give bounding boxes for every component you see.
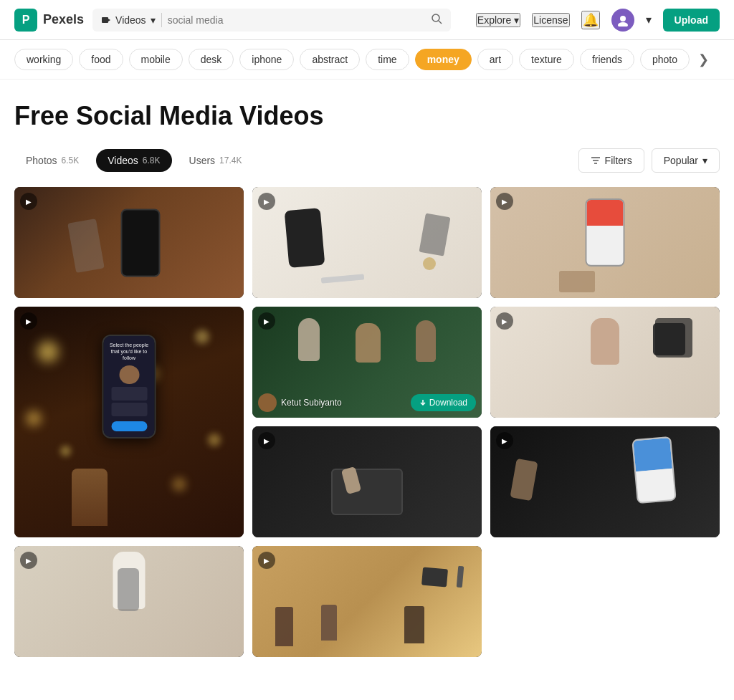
video-card-7[interactable]: ▶ — [252, 426, 482, 537]
tab-videos-label: Videos — [108, 155, 138, 166]
filters-button[interactable]: Filters — [578, 148, 644, 173]
license-link[interactable]: License — [532, 13, 569, 27]
play-badge-3: ▶ — [496, 193, 513, 210]
video-card-5[interactable]: ▶ Ketut Subiyanto Download — [252, 307, 482, 418]
svg-line-3 — [439, 21, 442, 24]
video-card-6[interactable]: ▶ — [490, 307, 720, 418]
tab-users-count: 17.4K — [219, 155, 242, 166]
author-name-5: Ketut Subiyanto — [281, 398, 342, 408]
video-grid: ▶ ▶ ▶ — [14, 187, 720, 657]
search-icon — [431, 13, 442, 24]
video-card-8[interactable]: ▶ — [490, 426, 720, 537]
play-badge-6: ▶ — [496, 312, 513, 330]
tab-videos-count: 6.8K — [143, 155, 161, 166]
upload-button[interactable]: Upload — [663, 9, 720, 32]
avatar-chevron: ▾ — [646, 13, 652, 27]
author-row-5: Ketut Subiyanto — [258, 393, 342, 412]
sort-chevron: ▾ — [702, 155, 707, 166]
media-type-chevron: ▾ — [151, 14, 156, 26]
video-icon — [101, 15, 111, 25]
notifications-button[interactable]: 🔔 — [581, 11, 600, 29]
sort-label: Popular — [664, 155, 698, 166]
page-title: Free Social Media Videos — [14, 101, 720, 131]
video-card-4[interactable]: Select the people that you'd like to fol… — [14, 307, 244, 537]
video-card-10[interactable]: ▶ — [252, 546, 482, 657]
tags-bar: working food mobile desk iphone abstract… — [0, 40, 734, 80]
tab-users[interactable]: Users 17.4K — [178, 149, 254, 172]
author-avatar-5 — [258, 393, 277, 412]
logo-name: Pexels — [43, 12, 84, 27]
tag-friends[interactable]: friends — [580, 49, 634, 70]
tag-money[interactable]: money — [415, 49, 472, 70]
play-badge-5: ▶ — [258, 312, 275, 330]
user-avatar-button[interactable] — [611, 9, 634, 32]
tags-more-icon[interactable]: ❯ — [695, 52, 712, 67]
play-badge-9: ▶ — [20, 552, 37, 569]
download-button-5[interactable]: Download — [411, 394, 476, 411]
video-card-9[interactable]: ▶ — [14, 546, 244, 657]
filters-label: Filters — [605, 155, 632, 166]
tag-iphone[interactable]: iphone — [239, 49, 294, 70]
tab-photos[interactable]: Photos 6.5K — [14, 149, 90, 172]
video-card-3[interactable]: ▶ — [490, 187, 720, 298]
tag-abstract[interactable]: abstract — [300, 49, 360, 70]
main-content: Free Social Media Videos Photos 6.5K Vid… — [0, 80, 734, 671]
tag-working[interactable]: working — [14, 49, 73, 70]
tag-time[interactable]: time — [366, 49, 409, 70]
user-icon — [616, 14, 629, 27]
play-badge-10: ▶ — [258, 552, 275, 569]
sort-button[interactable]: Popular ▾ — [652, 148, 720, 173]
tag-food[interactable]: food — [79, 49, 123, 70]
tag-art[interactable]: art — [477, 49, 513, 70]
tab-photos-count: 6.5K — [62, 155, 80, 166]
play-badge-4: ▶ — [20, 312, 37, 330]
video-card-2[interactable]: ▶ — [252, 187, 482, 298]
media-type-label: Videos — [115, 14, 146, 26]
tag-texture[interactable]: texture — [519, 49, 574, 70]
svg-rect-0 — [102, 17, 108, 23]
play-badge-8: ▶ — [496, 432, 513, 449]
play-badge-2: ▶ — [258, 193, 275, 210]
svg-point-2 — [432, 14, 439, 21]
nav-right: Explore ▾ License 🔔 ▾ Upload — [476, 9, 720, 32]
tag-mobile[interactable]: mobile — [129, 49, 183, 70]
tab-videos[interactable]: Videos 6.8K — [96, 149, 171, 172]
play-badge-1: ▶ — [20, 193, 37, 210]
tabs-row: Photos 6.5K Videos 6.8K Users 17.4K Filt… — [14, 148, 720, 173]
search-area: Videos ▾ — [92, 9, 451, 32]
logo-icon: P — [14, 9, 37, 32]
svg-marker-1 — [108, 19, 110, 21]
media-type-button[interactable]: Videos ▾ — [101, 14, 156, 26]
search-divider — [161, 13, 162, 27]
tabs-right: Filters Popular ▾ — [578, 148, 720, 173]
tab-users-label: Users — [189, 155, 216, 166]
tab-photos-label: Photos — [26, 155, 57, 166]
filters-icon — [591, 155, 601, 166]
explore-link[interactable]: Explore ▾ — [476, 13, 520, 27]
svg-point-4 — [620, 16, 626, 21]
header: P Pexels Videos ▾ Explore ▾ License — [0, 0, 734, 40]
video-overlay-5: Ketut Subiyanto Download — [252, 388, 482, 418]
tag-photo[interactable]: photo — [640, 49, 690, 70]
tabs-left: Photos 6.5K Videos 6.8K Users 17.4K — [14, 149, 253, 172]
search-input[interactable] — [168, 14, 425, 26]
tag-desk[interactable]: desk — [189, 49, 234, 70]
play-badge-7: ▶ — [258, 432, 275, 449]
svg-point-5 — [618, 22, 628, 27]
logo-link[interactable]: P Pexels — [14, 9, 84, 32]
download-icon-5 — [419, 399, 426, 406]
search-button[interactable] — [431, 13, 442, 27]
explore-chevron: ▾ — [514, 14, 519, 26]
video-card-1[interactable]: ▶ — [14, 187, 244, 298]
